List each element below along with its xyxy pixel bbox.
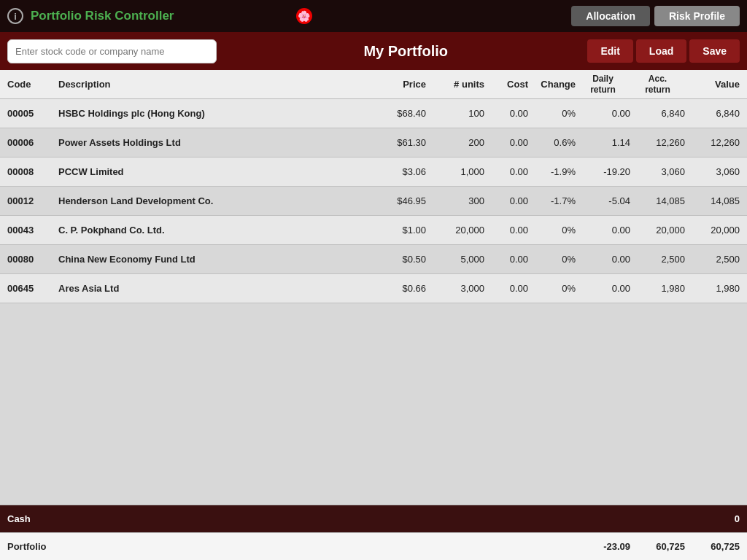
- portfolio-acc: 60,725: [630, 541, 685, 552]
- cell-units: 300: [426, 195, 484, 206]
- cell-description: PCCW Limited: [58, 166, 368, 177]
- portfolio-label: Portfolio: [7, 541, 292, 552]
- cell-daily: 0.00: [576, 108, 630, 119]
- cell-units: 3,000: [426, 283, 484, 294]
- cell-code: 00008: [7, 166, 58, 177]
- top-bar: i Portfolio Risk Controller 🌸 Allocation…: [0, 0, 747, 32]
- cell-acc: 2,500: [630, 254, 685, 265]
- search-input[interactable]: [7, 39, 217, 63]
- cell-price: $0.66: [368, 283, 426, 294]
- table-row[interactable]: 00012 Henderson Land Development Co. $46…: [0, 187, 747, 216]
- cell-value: 1,980: [685, 283, 740, 294]
- col-header-cost: Cost: [484, 79, 528, 90]
- portfolio-table: 00005 HSBC Holdings plc (Hong Kong) $68.…: [0, 99, 747, 505]
- cash-label: Cash: [7, 513, 347, 524]
- cell-code: 00043: [7, 225, 58, 236]
- cell-change: -1.9%: [528, 166, 576, 177]
- cell-acc: 14,085: [630, 195, 685, 206]
- col-header-code: Code: [7, 79, 58, 90]
- cell-daily: 0.00: [576, 254, 630, 265]
- cell-price: $1.00: [368, 225, 426, 236]
- footer: Cash 0 Portfolio -23.09 60,725 60,725: [0, 505, 747, 560]
- info-icon[interactable]: i: [7, 8, 23, 24]
- cell-value: 6,840: [685, 108, 740, 119]
- cell-acc: 12,260: [630, 137, 685, 148]
- cell-cost: 0.00: [484, 108, 528, 119]
- table-row[interactable]: 00006 Power Assets Holdings Ltd $61.30 2…: [0, 128, 747, 158]
- col-header-units: # units: [426, 79, 484, 90]
- cell-description: Ares Asia Ltd: [58, 283, 368, 294]
- search-area: [0, 39, 224, 63]
- cell-price: $0.50: [368, 254, 426, 265]
- table-row[interactable]: 00043 C. P. Pokphand Co. Ltd. $1.00 20,0…: [0, 216, 747, 245]
- table-row[interactable]: 00008 PCCW Limited $3.06 1,000 0.00 -1.9…: [0, 158, 747, 187]
- cell-change: 0%: [528, 108, 576, 119]
- cell-daily: 1.14: [576, 137, 630, 148]
- cell-cost: 0.00: [484, 195, 528, 206]
- cell-description: C. P. Pokphand Co. Ltd.: [58, 225, 368, 236]
- cell-value: 12,260: [685, 137, 740, 148]
- cell-daily: -19.20: [576, 166, 630, 177]
- cell-units: 5,000: [426, 254, 484, 265]
- cell-acc: 20,000: [630, 225, 685, 236]
- cell-cost: 0.00: [484, 254, 528, 265]
- cell-change: 0.6%: [528, 137, 576, 148]
- table-row[interactable]: 00005 HSBC Holdings plc (Hong Kong) $68.…: [0, 99, 747, 128]
- hk-flag-icon: 🌸: [296, 8, 312, 24]
- cell-code: 00080: [7, 254, 58, 265]
- cell-code: 00645: [7, 283, 58, 294]
- cell-cost: 0.00: [484, 283, 528, 294]
- allocation-button[interactable]: Allocation: [571, 6, 650, 26]
- portfolio-header-row: My Portfolio Edit Load Save: [0, 32, 747, 70]
- cell-change: 0%: [528, 225, 576, 236]
- portfolio-daily: -23.09: [576, 541, 630, 552]
- cell-value: 3,060: [685, 166, 740, 177]
- cell-cost: 0.00: [484, 137, 528, 148]
- table-row[interactable]: 00080 China New Economy Fund Ltd $0.50 5…: [0, 245, 747, 274]
- cell-price: $68.40: [368, 108, 426, 119]
- cell-units: 100: [426, 108, 484, 119]
- save-button[interactable]: Save: [689, 39, 740, 63]
- cell-daily: -5.04: [576, 195, 630, 206]
- table-row[interactable]: 00645 Ares Asia Ltd $0.66 3,000 0.00 0% …: [0, 274, 747, 303]
- top-buttons: Allocation Risk Profile: [571, 6, 740, 26]
- cell-value: 14,085: [685, 195, 740, 206]
- portfolio-value: 60,725: [685, 541, 740, 552]
- cell-price: $46.95: [368, 195, 426, 206]
- cell-value: 20,000: [685, 225, 740, 236]
- portfolio-row: Portfolio -23.09 60,725 60,725: [0, 532, 747, 560]
- cell-cost: 0.00: [484, 166, 528, 177]
- cell-value: 2,500: [685, 254, 740, 265]
- edit-button[interactable]: Edit: [587, 39, 632, 63]
- cell-description: Henderson Land Development Co.: [58, 195, 368, 206]
- cell-daily: 0.00: [576, 283, 630, 294]
- cell-change: -1.7%: [528, 195, 576, 206]
- risk-profile-button[interactable]: Risk Profile: [654, 6, 740, 26]
- cell-acc: 6,840: [630, 108, 685, 119]
- cell-price: $61.30: [368, 137, 426, 148]
- app-title: Portfolio Risk Controller: [31, 9, 290, 23]
- cell-code: 00006: [7, 137, 58, 148]
- col-header-daily-return: Dailyreturn: [576, 74, 630, 95]
- col-header-acc-return: Acc.return: [630, 74, 685, 95]
- cell-description: Power Assets Holdings Ltd: [58, 137, 368, 148]
- col-header-change: Change: [528, 79, 576, 90]
- cell-acc: 1,980: [630, 283, 685, 294]
- cell-change: 0%: [528, 283, 576, 294]
- cell-price: $3.06: [368, 166, 426, 177]
- column-headers: Code Description Price # units Cost Chan…: [0, 70, 747, 99]
- cell-code: 00012: [7, 195, 58, 206]
- cell-description: China New Economy Fund Ltd: [58, 254, 368, 265]
- cell-units: 200: [426, 137, 484, 148]
- cell-units: 1,000: [426, 166, 484, 177]
- cell-code: 00005: [7, 108, 58, 119]
- cell-description: HSBC Holdings plc (Hong Kong): [58, 108, 368, 119]
- cell-acc: 3,060: [630, 166, 685, 177]
- cell-cost: 0.00: [484, 225, 528, 236]
- cash-row: Cash 0: [0, 505, 747, 532]
- load-button[interactable]: Load: [636, 39, 686, 63]
- cell-change: 0%: [528, 254, 576, 265]
- portfolio-title: My Portfolio: [224, 43, 587, 60]
- col-header-value: Value: [685, 79, 740, 90]
- col-header-price: Price: [368, 79, 426, 90]
